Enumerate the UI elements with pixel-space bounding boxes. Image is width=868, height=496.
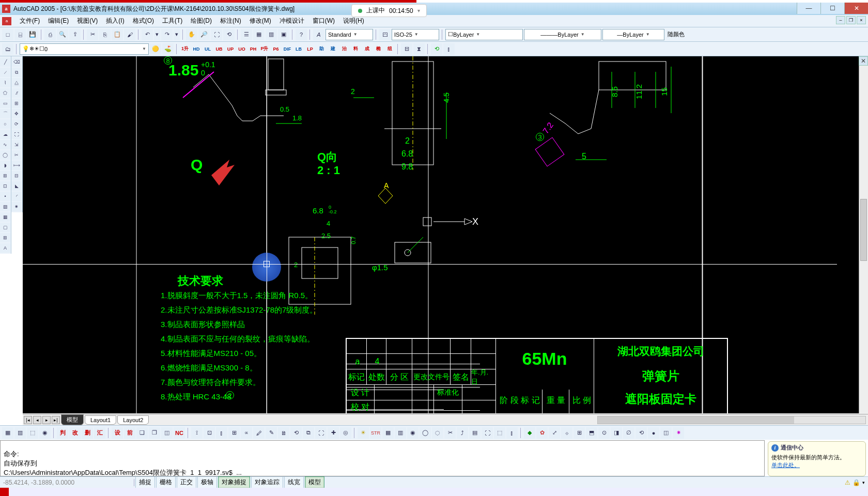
break-icon[interactable]: ⊟ xyxy=(11,171,22,180)
menu-tools[interactable]: 工具(T) xyxy=(158,16,187,26)
tb-b-24[interactable]: ⧉ xyxy=(303,427,314,439)
tb-b-16[interactable]: ⊡ xyxy=(204,427,215,439)
tab-model[interactable]: 模型 xyxy=(61,414,84,425)
command-line[interactable]: 命令: 自动保存到 C:\Users\Administrator\AppData… xyxy=(0,440,765,476)
pan-icon[interactable]: ✋ xyxy=(186,29,197,40)
print-icon[interactable]: ⎙ xyxy=(44,29,56,40)
tab-nav-prev[interactable]: ◂ xyxy=(33,416,41,424)
tb-b-34[interactable]: ⤴ xyxy=(457,427,468,439)
snap-button[interactable]: 捕捉 xyxy=(135,476,155,488)
new-icon[interactable]: □ xyxy=(2,29,13,40)
dim-btn-3[interactable]: UL xyxy=(203,44,213,54)
tb-b-sun[interactable]: ☀ xyxy=(358,427,369,439)
tb-b-5[interactable]: 判 xyxy=(57,427,68,439)
dim-btn-19[interactable]: 组 xyxy=(384,44,395,54)
dim-btn-17[interactable]: 成 xyxy=(362,44,372,54)
layermgr-icon[interactable]: 🗂 xyxy=(2,43,13,55)
menu-dimension[interactable]: 标注(N) xyxy=(216,16,245,26)
tb-b-32[interactable]: ◌ xyxy=(432,427,443,439)
chevron-down-icon[interactable]: ▾ xyxy=(417,8,420,13)
array-icon[interactable]: ⊞ xyxy=(11,99,22,108)
tb-b-33[interactable]: ✂ xyxy=(444,427,456,439)
tb-b-44[interactable]: ⬒ xyxy=(586,427,597,439)
tb-b-6[interactable]: 改 xyxy=(69,427,81,439)
plotstyle-combo[interactable]: 随颜色 xyxy=(665,29,712,40)
dim-btn-14[interactable]: 建 xyxy=(328,44,338,54)
tb-b-10[interactable]: 前 xyxy=(124,427,135,439)
tray-arrow-icon[interactable]: ▾ xyxy=(862,480,865,485)
preview-icon[interactable]: 🔍 xyxy=(57,29,68,40)
table-icon[interactable]: ⊞ xyxy=(0,233,10,242)
tb-b-12[interactable]: ❐ xyxy=(149,427,160,439)
save-icon[interactable]: 💾 xyxy=(27,29,38,40)
menu-draw[interactable]: 绘图(D) xyxy=(187,16,216,26)
tb-b-8[interactable]: 汇 xyxy=(94,427,105,439)
mdi-restore-button[interactable]: ❐ xyxy=(846,16,856,24)
tab-nav-first[interactable]: |◂ xyxy=(24,416,32,424)
mtext-icon[interactable]: A xyxy=(0,243,10,253)
design-center-icon[interactable]: ▦ xyxy=(253,29,265,40)
tb-b-21[interactable]: ✎ xyxy=(266,427,277,439)
tb-b-3[interactable]: ⬚ xyxy=(27,427,38,439)
spline-icon[interactable]: ∿ xyxy=(0,140,10,149)
modelspace-button[interactable]: 模型 xyxy=(305,476,324,488)
hatch-icon[interactable]: ▨ xyxy=(0,202,10,211)
menu-view[interactable]: 视图(V) xyxy=(73,16,102,26)
tab-nav-last[interactable]: ▸| xyxy=(52,416,60,424)
redo-dropdown[interactable]: ▾ xyxy=(174,29,180,40)
osnap-button[interactable]: 对象捕捉 xyxy=(218,476,250,488)
scale-icon[interactable]: ⛶ xyxy=(11,130,22,139)
dim-btn-11[interactable]: LB xyxy=(293,44,304,54)
menu-window[interactable]: 窗口(W) xyxy=(308,16,339,26)
erase-icon[interactable]: ⌫ xyxy=(11,57,22,67)
copy-icon[interactable]: ⎘ xyxy=(99,29,111,40)
dim-btn-1[interactable]: 1升 xyxy=(180,44,190,54)
zoom-prev-icon[interactable]: ⟲ xyxy=(223,29,235,40)
tb-b-43[interactable]: ⊞ xyxy=(574,427,585,439)
extend-icon[interactable]: ⟼ xyxy=(11,161,22,170)
comm-status-icon[interactable]: ⚠ xyxy=(845,479,850,486)
linetype-combo[interactable]: ——— ByLayer▼ xyxy=(524,29,601,40)
dim-btn-13[interactable]: 助 xyxy=(316,44,327,54)
tb-b-26[interactable]: ✚ xyxy=(328,427,339,439)
tb-b-31[interactable]: ◯ xyxy=(420,427,431,439)
dim-btn-12[interactable]: LP xyxy=(305,44,315,54)
cut-icon[interactable]: ✂ xyxy=(87,29,98,40)
xline-icon[interactable]: ⟋ xyxy=(0,68,10,77)
tb-b-29[interactable]: ▥ xyxy=(395,427,406,439)
dimstyle-combo[interactable]: ISO-25▼ xyxy=(392,29,439,40)
tb-b-str[interactable]: STR xyxy=(370,427,381,439)
dim-btn-7[interactable]: PH xyxy=(248,44,258,54)
tb-b-13[interactable]: ◫ xyxy=(161,427,173,439)
dim-btn-6[interactable]: UO xyxy=(237,44,247,54)
maximize-button[interactable]: ☐ xyxy=(820,3,844,14)
ortho-button[interactable]: 正交 xyxy=(177,476,196,488)
tb-b-18[interactable]: ⊞ xyxy=(228,427,240,439)
otrack-button[interactable]: 对象追踪 xyxy=(251,476,283,488)
tb-b-19[interactable]: ∝ xyxy=(241,427,252,439)
dim-btn-15[interactable]: 治 xyxy=(339,44,349,54)
undo-dropdown[interactable]: ▾ xyxy=(154,29,160,40)
tb-b-27[interactable]: ◎ xyxy=(340,427,351,439)
chamfer-icon[interactable]: ◣ xyxy=(11,181,22,191)
tb-b-35[interactable]: ▤ xyxy=(469,427,481,439)
tb-b-46[interactable]: ◨ xyxy=(611,427,622,439)
polar-button[interactable]: 极轴 xyxy=(197,476,217,488)
mdi-close-button[interactable]: × xyxy=(857,16,866,24)
tb-b-28[interactable]: ▦ xyxy=(382,427,394,439)
insert-icon[interactable]: ⊞ xyxy=(0,171,10,180)
tb-b-48[interactable]: ⟲ xyxy=(636,427,647,439)
dim-btn-8[interactable]: P升 xyxy=(259,44,270,54)
revcloud-icon[interactable]: ☁ xyxy=(0,130,10,139)
horizontal-scrollbar[interactable] xyxy=(597,416,866,424)
undo-icon[interactable]: ↶ xyxy=(142,29,153,40)
tb-b-2[interactable]: ▥ xyxy=(14,427,26,439)
tb-b-4[interactable]: ◉ xyxy=(39,427,51,439)
menu-die[interactable]: 冲模设计 xyxy=(275,16,308,26)
zoom-win-icon[interactable]: ⛶ xyxy=(211,29,222,40)
dim-aligned-icon[interactable]: ⧗ xyxy=(413,43,425,55)
viewport-close-button[interactable]: ✕ xyxy=(859,56,868,66)
paste-icon[interactable]: 📋 xyxy=(112,29,123,40)
layer-state-icon[interactable]: ⛳ xyxy=(162,43,174,55)
tab-layout2[interactable]: Layout2 xyxy=(117,415,149,425)
